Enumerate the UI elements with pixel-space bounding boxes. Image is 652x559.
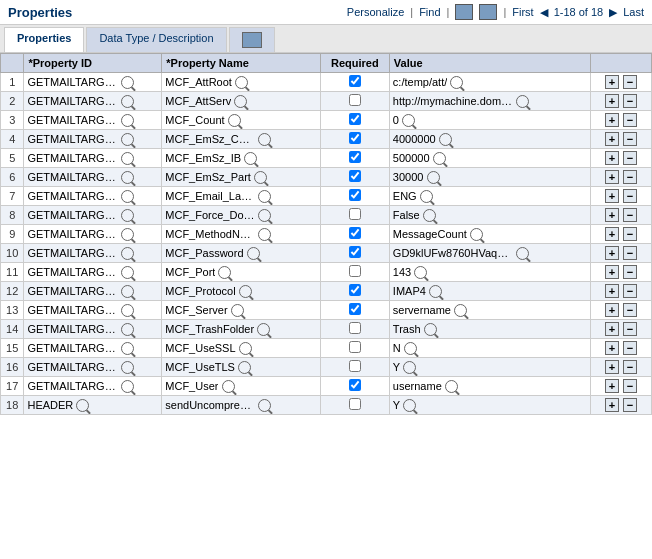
add-row-button[interactable]: + [605,322,619,336]
toolbar-icon-table[interactable] [479,4,497,20]
add-row-button[interactable]: + [605,75,619,89]
search-icon-value[interactable] [427,171,440,184]
search-icon-value[interactable] [420,190,433,203]
search-icon-propid[interactable] [121,209,134,222]
required-checkbox[interactable] [349,113,361,125]
search-icon-propname[interactable] [254,171,267,184]
search-icon-propname[interactable] [247,247,260,260]
search-icon-propid[interactable] [121,247,134,260]
search-icon-propname[interactable] [218,266,231,279]
search-icon-propname[interactable] [258,209,271,222]
required-checkbox[interactable] [349,246,361,258]
search-icon-value[interactable] [454,304,467,317]
remove-row-button[interactable]: − [623,284,637,298]
search-icon-propid[interactable] [121,285,134,298]
search-icon-propname[interactable] [238,361,251,374]
required-checkbox[interactable] [349,132,361,144]
remove-row-button[interactable]: − [623,265,637,279]
remove-row-button[interactable]: − [623,341,637,355]
add-row-button[interactable]: + [605,246,619,260]
remove-row-button[interactable]: − [623,132,637,146]
add-row-button[interactable]: + [605,303,619,317]
prev-icon[interactable]: ◀ [540,6,548,19]
required-checkbox[interactable] [349,341,361,353]
search-icon-propid[interactable] [121,95,134,108]
search-icon-propname[interactable] [235,76,248,89]
required-checkbox[interactable] [349,265,361,277]
add-row-button[interactable]: + [605,208,619,222]
search-icon-propname[interactable] [222,380,235,393]
search-icon-value[interactable] [403,399,416,412]
required-checkbox[interactable] [349,208,361,220]
last-link[interactable]: Last [623,6,644,18]
search-icon-value[interactable] [404,342,417,355]
search-icon-value[interactable] [516,247,529,260]
search-icon-value[interactable] [433,152,446,165]
search-icon-propid[interactable] [121,342,134,355]
remove-row-button[interactable]: − [623,303,637,317]
search-icon-propid[interactable] [121,133,134,146]
search-icon-propid[interactable] [121,76,134,89]
search-icon-propname[interactable] [258,190,271,203]
tab-properties[interactable]: Properties [4,27,84,52]
search-icon-propid[interactable] [121,361,134,374]
search-icon-propname[interactable] [239,285,252,298]
search-icon-value[interactable] [445,380,458,393]
add-row-button[interactable]: + [605,398,619,412]
search-icon-propid[interactable] [121,323,134,336]
required-checkbox[interactable] [349,170,361,182]
add-row-button[interactable]: + [605,189,619,203]
required-checkbox[interactable] [349,94,361,106]
required-checkbox[interactable] [349,284,361,296]
required-checkbox[interactable] [349,189,361,201]
remove-row-button[interactable]: − [623,170,637,184]
remove-row-button[interactable]: − [623,360,637,374]
add-row-button[interactable]: + [605,151,619,165]
required-checkbox[interactable] [349,322,361,334]
find-link[interactable]: Find [419,6,440,18]
search-icon-propid[interactable] [121,266,134,279]
search-icon-propname[interactable] [258,228,271,241]
search-icon-propname[interactable] [258,133,271,146]
search-icon-value[interactable] [423,209,436,222]
remove-row-button[interactable]: − [623,94,637,108]
add-row-button[interactable]: + [605,341,619,355]
remove-row-button[interactable]: − [623,379,637,393]
search-icon-propid[interactable] [121,171,134,184]
toolbar-icon-grid[interactable] [455,4,473,20]
search-icon-propname[interactable] [228,114,241,127]
required-checkbox[interactable] [349,398,361,410]
remove-row-button[interactable]: − [623,75,637,89]
search-icon-value[interactable] [470,228,483,241]
search-icon-value[interactable] [424,323,437,336]
remove-row-button[interactable]: − [623,189,637,203]
remove-row-button[interactable]: − [623,227,637,241]
add-row-button[interactable]: + [605,360,619,374]
remove-row-button[interactable]: − [623,246,637,260]
required-checkbox[interactable] [349,379,361,391]
search-icon-value[interactable] [403,361,416,374]
remove-row-button[interactable]: − [623,322,637,336]
search-icon-value[interactable] [429,285,442,298]
search-icon-propid[interactable] [76,399,89,412]
search-icon-value[interactable] [414,266,427,279]
tab-icon[interactable] [229,27,275,52]
required-checkbox[interactable] [349,303,361,315]
required-checkbox[interactable] [349,227,361,239]
required-checkbox[interactable] [349,75,361,87]
search-icon-propid[interactable] [121,114,134,127]
remove-row-button[interactable]: − [623,208,637,222]
search-icon-value[interactable] [402,114,415,127]
add-row-button[interactable]: + [605,113,619,127]
search-icon-propid[interactable] [121,190,134,203]
search-icon-propname[interactable] [257,323,270,336]
add-row-button[interactable]: + [605,132,619,146]
search-icon-propid[interactable] [121,380,134,393]
search-icon-value[interactable] [516,95,529,108]
search-icon-propid[interactable] [121,304,134,317]
tab-datatype[interactable]: Data Type / Description [86,27,226,52]
search-icon-propname[interactable] [234,95,247,108]
add-row-button[interactable]: + [605,227,619,241]
add-row-button[interactable]: + [605,284,619,298]
remove-row-button[interactable]: − [623,398,637,412]
